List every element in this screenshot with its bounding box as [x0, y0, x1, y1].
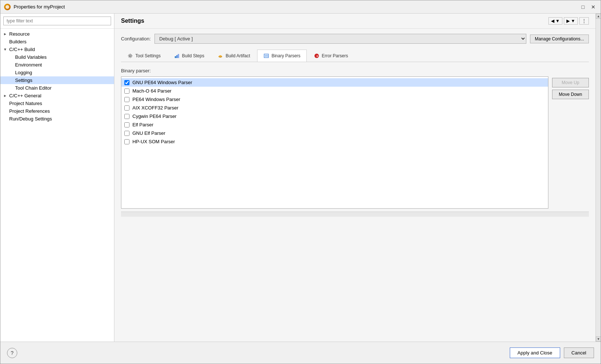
- tab-label: Build Steps: [182, 53, 205, 58]
- svg-text:101: 101: [265, 55, 269, 57]
- sidebar-item-label: Tool Chain Editor: [15, 85, 111, 91]
- expand-arrow: [3, 109, 8, 113]
- sidebar-item-cpp-build[interactable]: ▼ C/C++ Build: [0, 46, 114, 53]
- svg-point-0: [6, 5, 9, 9]
- apply-close-button[interactable]: Apply and Close: [510, 347, 560, 358]
- sidebar-item-logging[interactable]: Logging: [0, 69, 114, 76]
- list-item[interactable]: Mach-O 64 Parser: [121, 87, 548, 95]
- parser-checkbox-gnu-elf[interactable]: [124, 131, 129, 136]
- menu-button[interactable]: ⋮: [579, 17, 589, 25]
- expand-arrow: [3, 117, 8, 121]
- scroll-down-arrow[interactable]: ▼: [596, 336, 601, 342]
- gear-icon: [127, 53, 133, 59]
- cancel-button[interactable]: Cancel: [564, 347, 594, 358]
- parser-checkbox-aix-xcoff32[interactable]: [124, 105, 129, 111]
- parser-checkbox-gnu-pe64[interactable]: [124, 80, 129, 85]
- sidebar-item-environment[interactable]: Environment: [0, 61, 114, 69]
- sidebar-item-label: Run/Debug Settings: [9, 116, 111, 122]
- sidebar-item-run-debug-settings[interactable]: Run/Debug Settings: [0, 115, 114, 123]
- page-title: Settings: [121, 18, 144, 24]
- parser-buttons: Move Up Move Down: [552, 76, 589, 99]
- tab-build-steps[interactable]: Build Steps: [168, 50, 211, 62]
- close-button[interactable]: ✕: [590, 3, 597, 11]
- sidebar-item-label: Builders: [9, 39, 111, 44]
- forward-button[interactable]: ▶ ▼: [564, 17, 578, 25]
- tab-label: Binary Parsers: [271, 53, 300, 58]
- scroll-up-arrow[interactable]: ▲: [596, 14, 601, 19]
- properties-window: Properties for myProject □ ✕ ► Resource: [0, 0, 601, 364]
- title-bar-left: Properties for myProject: [4, 4, 65, 10]
- list-item[interactable]: PE64 Windows Parser: [121, 95, 548, 104]
- sidebar-item-label: Build Variables: [15, 54, 111, 60]
- move-down-button[interactable]: Move Down: [552, 90, 589, 99]
- sidebar-item-project-references[interactable]: Project References: [0, 107, 114, 115]
- list-item[interactable]: HP-UX SOM Parser: [121, 137, 548, 146]
- binary-icon: 101: [263, 53, 269, 59]
- sidebar-item-label: C/C++ General: [9, 93, 111, 98]
- config-select[interactable]: Debug [ Active ]: [154, 34, 526, 44]
- parser-area: GNU PE64 Windows Parser Mach-O 64 Parser: [121, 76, 589, 209]
- expand-arrow: [3, 40, 8, 44]
- parser-checkbox-hp-ux-som[interactable]: [124, 139, 129, 144]
- parser-checkbox-elf[interactable]: [124, 122, 129, 127]
- sidebar: ► Resource Builders ▼ C/C++ Build Build …: [0, 14, 114, 342]
- scroll-track: [596, 19, 601, 336]
- sidebar-item-settings[interactable]: Settings: [0, 76, 114, 84]
- sidebar-item-project-natures[interactable]: Project Natures: [0, 100, 114, 107]
- expand-arrow: [3, 101, 8, 105]
- tab-label: Tool Settings: [135, 53, 161, 58]
- error-icon: ✕: [314, 53, 320, 59]
- right-panel-wrapper: Settings ◀ ▼ ▶ ▼ ⋮ Configuration: Debug …: [114, 14, 601, 342]
- sidebar-item-label: Project References: [9, 108, 111, 114]
- parser-item-label: Mach-O 64 Parser: [132, 88, 171, 94]
- config-row: Configuration: Debug [ Active ] Manage C…: [121, 34, 589, 44]
- list-item[interactable]: Elf Parser: [121, 120, 548, 129]
- sidebar-item-builders[interactable]: Builders: [0, 38, 114, 46]
- parser-checkbox-cygwin-pe64[interactable]: [124, 114, 129, 119]
- binary-parser-section: Binary parser: GNU PE64 Windows Parser: [121, 68, 589, 217]
- binary-parser-label: Binary parser:: [121, 68, 589, 73]
- right-panel: Settings ◀ ▼ ▶ ▼ ⋮ Configuration: Debug …: [114, 14, 595, 342]
- parser-checkbox-mach-o[interactable]: [124, 89, 129, 94]
- list-item[interactable]: GNU PE64 Windows Parser: [121, 78, 548, 87]
- move-up-button[interactable]: Move Up: [552, 78, 589, 87]
- svg-rect-2: [175, 56, 176, 58]
- parser-item-label: AIX XCOFF32 Parser: [132, 105, 178, 111]
- sidebar-search-area: [0, 14, 114, 29]
- svg-text:✕: ✕: [316, 54, 319, 58]
- back-button[interactable]: ◀ ▼: [548, 17, 562, 25]
- expand-arrow: [9, 63, 14, 67]
- maximize-button[interactable]: □: [579, 3, 587, 11]
- panel-content: Configuration: Debug [ Active ] Manage C…: [114, 29, 595, 342]
- tab-label: Build Artifact: [225, 53, 250, 58]
- sidebar-item-tool-chain-editor[interactable]: Tool Chain Editor: [0, 84, 114, 92]
- parser-item-label: Elf Parser: [132, 122, 153, 127]
- panel-header: Settings ◀ ▼ ▶ ▼ ⋮: [114, 14, 595, 29]
- manage-configs-button[interactable]: Manage Configurations...: [530, 35, 589, 43]
- expand-arrow: ▼: [3, 47, 8, 51]
- list-item[interactable]: Cygwin PE64 Parser: [121, 112, 548, 120]
- tab-build-artifact[interactable]: 🏆 Build Artifact: [211, 50, 256, 62]
- sidebar-item-label: Environment: [15, 62, 111, 68]
- search-input[interactable]: [3, 17, 111, 25]
- app-icon: [4, 4, 11, 10]
- tab-tool-settings[interactable]: Tool Settings: [121, 50, 167, 62]
- window-controls: □ ✕: [579, 3, 597, 11]
- list-item[interactable]: AIX XCOFF32 Parser: [121, 104, 548, 112]
- tab-binary-parsers[interactable]: 101 Binary Parsers: [257, 50, 307, 62]
- parser-checkbox-pe64[interactable]: [124, 97, 129, 102]
- horizontal-scrollbar[interactable]: [121, 212, 589, 217]
- footer-left: ?: [7, 348, 17, 358]
- parser-item-label: GNU Elf Parser: [132, 130, 166, 136]
- list-item[interactable]: GNU Elf Parser: [121, 129, 548, 137]
- window-title: Properties for myProject: [14, 4, 65, 10]
- expand-arrow: ►: [3, 32, 8, 36]
- tab-error-parsers[interactable]: ✕ Error Parsers: [307, 50, 354, 62]
- steps-icon: [174, 53, 180, 59]
- sidebar-item-cpp-general[interactable]: ► C/C++ General: [0, 92, 114, 100]
- sidebar-item-build-variables[interactable]: Build Variables: [0, 53, 114, 61]
- vertical-scrollbar[interactable]: ▲ ▼: [595, 14, 601, 342]
- help-button[interactable]: ?: [7, 348, 17, 358]
- sidebar-item-resource[interactable]: ► Resource: [0, 30, 114, 38]
- parser-item-label: PE64 Windows Parser: [132, 97, 180, 102]
